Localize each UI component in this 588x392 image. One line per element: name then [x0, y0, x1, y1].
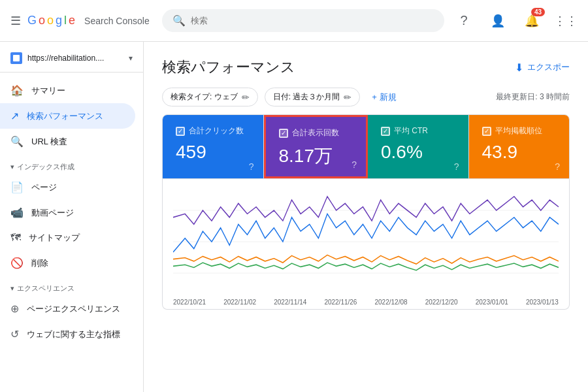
site-url: https://rehabilitation....: [27, 54, 104, 63]
metric-title-impressions: 合計表示回数: [292, 127, 339, 139]
metric-header-ctr: ✓ 平均 CTR: [381, 125, 455, 137]
section-header-experience[interactable]: ▾ エクスペリエンス: [0, 276, 143, 296]
sidebar-item-sitemap[interactable]: 🗺 サイトマップ: [0, 225, 135, 250]
sidebar-label-summary: サマリー: [31, 85, 65, 97]
chart-x-labels: 2022/10/21 2022/11/02 2022/11/14 2022/11…: [173, 296, 559, 308]
metric-title-position: 平均掲載順位: [495, 125, 542, 137]
notification-badge: 43: [531, 8, 545, 16]
x-label-7: 2023/01/13: [526, 299, 559, 306]
sidebar-label-pages: ページ: [31, 182, 57, 193]
sidebar-label-web-vitals: ウェブに関する主な指標: [27, 329, 120, 340]
x-label-4: 2022/12/08: [375, 299, 408, 306]
page-icon: 📄: [10, 181, 24, 193]
filter-row: 検索タイプ: ウェブ ✏ 日付: 過去３か月間 ✏ + 新規 最終更新日: 3 …: [162, 88, 570, 106]
removal-icon: 🚫: [10, 257, 24, 269]
sidebar-item-search-performance[interactable]: ↗ 検索パフォーマンス: [0, 103, 135, 129]
metric-card-impressions[interactable]: ✓ 合計表示回数 8.17万 ?: [264, 115, 368, 178]
metric-checkbox-ctr[interactable]: ✓: [381, 127, 390, 136]
filter-chip-date[interactable]: 日付: 過去３か月間 ✏: [265, 88, 361, 106]
topbar: ☰ Google Search Console 🔍 .search-bar in…: [0, 0, 588, 42]
download-icon: ⬇: [515, 61, 523, 74]
metric-checkbox-clicks[interactable]: ✓: [176, 127, 185, 136]
sidebar-item-summary[interactable]: 🏠 サマリー: [0, 78, 135, 103]
x-label-6: 2023/01/01: [476, 299, 508, 306]
sidebar: https://rehabilitation.... ▾ 🏠 サマリー ↗ 検索…: [0, 42, 144, 392]
content-area: 検索パフォーマンス ⬇ エクスポー 検索タイプ: ウェブ ✏ 日付: 過去３か月…: [144, 42, 588, 392]
sidebar-item-video-pages[interactable]: 📹 動画ページ: [0, 200, 135, 225]
metric-cards: ✓ 合計クリック数 459 ? ✓ 合計表示回数 8.17万 ?: [162, 114, 570, 179]
metric-card-position[interactable]: ✓ 平均掲載順位 43.9 ?: [469, 115, 570, 178]
sidebar-label-page-experience: ページエクスペリエンス: [27, 303, 120, 315]
sidebar-label-removal: 削除: [31, 257, 48, 269]
metric-card-ctr[interactable]: ✓ 平均 CTR 0.6% ?: [368, 115, 469, 178]
metric-checkbox-impressions[interactable]: ✓: [279, 129, 288, 138]
x-label-2: 2022/11/14: [274, 299, 306, 306]
sidebar-item-web-vitals[interactable]: ↺ ウェブに関する主な指標: [0, 321, 135, 347]
x-label-5: 2022/12/20: [425, 299, 458, 306]
metric-header-position: ✓ 平均掲載順位: [482, 125, 557, 137]
filter-label-search-type: 検索タイプ: ウェブ: [171, 91, 238, 103]
search-icon: 🔍: [172, 14, 186, 27]
help-icon-btn[interactable]: ?: [452, 9, 476, 33]
google-logo: Google: [27, 14, 75, 27]
performance-chart: [173, 189, 559, 294]
last-updated: 最終更新日: 3 時間前: [496, 91, 570, 103]
metric-value-clicks: 459: [176, 142, 250, 163]
export-button[interactable]: ⬇ エクスポー: [515, 61, 570, 74]
sidebar-item-url-inspection[interactable]: 🔍 URL 検査: [0, 129, 135, 154]
site-icon: [10, 52, 22, 64]
sidebar-item-removal[interactable]: 🚫 削除: [0, 250, 135, 276]
chart-container: 2022/10/21 2022/11/02 2022/11/14 2022/11…: [162, 179, 570, 310]
topbar-icons: ? 👤 🔔 43 ⋮⋮: [452, 9, 578, 33]
metric-header-impressions: ✓ 合計表示回数: [279, 127, 353, 139]
web-vitals-icon: ↺: [10, 328, 19, 340]
edit-icon-date: ✏: [344, 92, 351, 103]
search-input[interactable]: [191, 16, 434, 25]
sidebar-label-video-pages: 動画ページ: [31, 207, 74, 219]
filter-chip-search-type[interactable]: 検索タイプ: ウェブ ✏: [162, 88, 258, 106]
sitemap-icon: 🗺: [10, 232, 21, 244]
section-title-experience: エクスペリエンス: [17, 284, 74, 293]
metric-help-ctr[interactable]: ?: [454, 161, 459, 172]
chevron-down-icon: ▾: [10, 163, 14, 171]
search-icon-nav: 🔍: [10, 135, 24, 148]
accounts-icon-btn[interactable]: 👤: [486, 9, 510, 33]
metric-value-ctr: 0.6%: [381, 142, 455, 163]
trending-up-icon: ↗: [10, 110, 19, 122]
topbar-left: ☰ Google Search Console: [10, 14, 154, 28]
home-icon: 🏠: [10, 84, 24, 97]
sidebar-label-url-inspection: URL 検査: [31, 136, 67, 148]
metric-checkbox-position[interactable]: ✓: [482, 127, 491, 136]
metric-help-clicks[interactable]: ?: [249, 161, 254, 172]
sidebar-item-pages[interactable]: 📄 ページ: [0, 174, 135, 200]
video-icon: 📹: [10, 206, 24, 219]
sidebar-item-page-experience[interactable]: ⊕ ページエクスペリエンス: [0, 296, 135, 321]
sidebar-label-search-performance: 検索パフォーマンス: [27, 110, 103, 122]
add-filter-label: + 新規: [372, 91, 396, 103]
chevron-down-icon-exp: ▾: [10, 284, 14, 293]
x-label-3: 2022/11/26: [324, 299, 357, 306]
apps-icon: ⋮⋮: [554, 14, 578, 28]
edit-icon-search-type: ✏: [242, 92, 250, 103]
filter-label-date: 日付: 過去３か月間: [273, 91, 340, 103]
page-title: 検索パフォーマンス: [162, 57, 295, 77]
metric-help-position[interactable]: ?: [555, 161, 560, 172]
metric-value-impressions: 8.17万: [279, 144, 353, 169]
add-filter-button[interactable]: + 新規: [367, 88, 401, 106]
x-label-0: 2022/10/21: [173, 299, 206, 306]
export-label: エクスポー: [527, 61, 570, 73]
search-bar[interactable]: 🔍: [162, 9, 444, 32]
notifications-icon-btn[interactable]: 🔔 43: [520, 9, 544, 33]
metric-title-ctr: 平均 CTR: [394, 125, 428, 137]
section-header-index[interactable]: ▾ インデックス作成: [0, 154, 143, 174]
metric-help-impressions[interactable]: ?: [351, 159, 357, 170]
metric-value-position: 43.9: [482, 142, 557, 163]
app-title: Search Console: [84, 16, 150, 26]
hamburger-icon[interactable]: ☰: [10, 14, 21, 28]
metric-card-clicks[interactable]: ✓ 合計クリック数 459 ?: [163, 115, 264, 178]
site-selector[interactable]: https://rehabilitation.... ▾: [0, 47, 143, 73]
apps-icon-btn[interactable]: ⋮⋮: [554, 9, 578, 33]
page-title-row: 検索パフォーマンス ⬇ エクスポー: [162, 57, 570, 77]
metric-title-clicks: 合計クリック数: [189, 125, 244, 137]
sidebar-label-sitemap: サイトマップ: [29, 232, 80, 244]
